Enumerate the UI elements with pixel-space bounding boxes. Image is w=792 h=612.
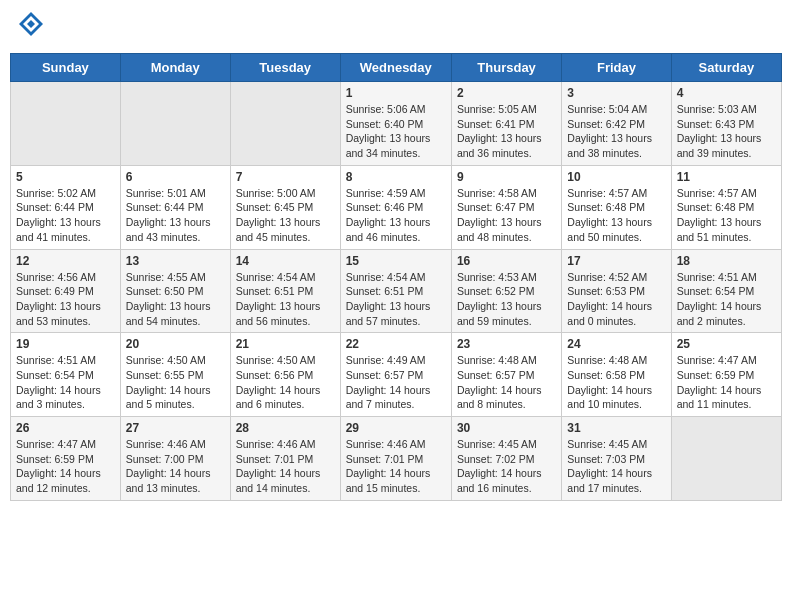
day-info: Sunrise: 4:52 AM Sunset: 6:53 PM Dayligh…: [567, 270, 665, 329]
day-number: 10: [567, 170, 665, 184]
week-row-4: 19Sunrise: 4:51 AM Sunset: 6:54 PM Dayli…: [11, 333, 782, 417]
calendar-cell: 24Sunrise: 4:48 AM Sunset: 6:58 PM Dayli…: [562, 333, 671, 417]
day-info: Sunrise: 4:53 AM Sunset: 6:52 PM Dayligh…: [457, 270, 556, 329]
day-info: Sunrise: 4:56 AM Sunset: 6:49 PM Dayligh…: [16, 270, 115, 329]
day-number: 20: [126, 337, 225, 351]
calendar-cell: 6Sunrise: 5:01 AM Sunset: 6:44 PM Daylig…: [120, 165, 230, 249]
logo: [15, 10, 45, 43]
day-info: Sunrise: 4:50 AM Sunset: 6:56 PM Dayligh…: [236, 353, 335, 412]
day-number: 25: [677, 337, 776, 351]
calendar-cell: 31Sunrise: 4:45 AM Sunset: 7:03 PM Dayli…: [562, 417, 671, 501]
day-number: 1: [346, 86, 446, 100]
day-info: Sunrise: 5:02 AM Sunset: 6:44 PM Dayligh…: [16, 186, 115, 245]
day-info: Sunrise: 5:05 AM Sunset: 6:41 PM Dayligh…: [457, 102, 556, 161]
day-number: 28: [236, 421, 335, 435]
calendar-cell: 13Sunrise: 4:55 AM Sunset: 6:50 PM Dayli…: [120, 249, 230, 333]
calendar-cell: 7Sunrise: 5:00 AM Sunset: 6:45 PM Daylig…: [230, 165, 340, 249]
day-info: Sunrise: 4:47 AM Sunset: 6:59 PM Dayligh…: [16, 437, 115, 496]
day-number: 3: [567, 86, 665, 100]
calendar-cell: [230, 82, 340, 166]
day-number: 5: [16, 170, 115, 184]
day-info: Sunrise: 4:50 AM Sunset: 6:55 PM Dayligh…: [126, 353, 225, 412]
day-info: Sunrise: 4:59 AM Sunset: 6:46 PM Dayligh…: [346, 186, 446, 245]
calendar-cell: 18Sunrise: 4:51 AM Sunset: 6:54 PM Dayli…: [671, 249, 781, 333]
day-number: 24: [567, 337, 665, 351]
calendar-cell: 30Sunrise: 4:45 AM Sunset: 7:02 PM Dayli…: [451, 417, 561, 501]
calendar-cell: [11, 82, 121, 166]
day-number: 6: [126, 170, 225, 184]
calendar-cell: 3Sunrise: 5:04 AM Sunset: 6:42 PM Daylig…: [562, 82, 671, 166]
calendar-cell: 2Sunrise: 5:05 AM Sunset: 6:41 PM Daylig…: [451, 82, 561, 166]
weekday-header-thursday: Thursday: [451, 54, 561, 82]
day-number: 7: [236, 170, 335, 184]
day-info: Sunrise: 4:54 AM Sunset: 6:51 PM Dayligh…: [236, 270, 335, 329]
day-number: 18: [677, 254, 776, 268]
weekday-header-saturday: Saturday: [671, 54, 781, 82]
page-header: [10, 10, 782, 43]
calendar-table: SundayMondayTuesdayWednesdayThursdayFrid…: [10, 53, 782, 501]
day-number: 9: [457, 170, 556, 184]
calendar-cell: 23Sunrise: 4:48 AM Sunset: 6:57 PM Dayli…: [451, 333, 561, 417]
day-number: 23: [457, 337, 556, 351]
day-number: 13: [126, 254, 225, 268]
day-number: 11: [677, 170, 776, 184]
day-info: Sunrise: 4:49 AM Sunset: 6:57 PM Dayligh…: [346, 353, 446, 412]
week-row-1: 1Sunrise: 5:06 AM Sunset: 6:40 PM Daylig…: [11, 82, 782, 166]
calendar-cell: 11Sunrise: 4:57 AM Sunset: 6:48 PM Dayli…: [671, 165, 781, 249]
day-number: 17: [567, 254, 665, 268]
day-number: 12: [16, 254, 115, 268]
day-number: 30: [457, 421, 556, 435]
day-info: Sunrise: 4:47 AM Sunset: 6:59 PM Dayligh…: [677, 353, 776, 412]
day-number: 8: [346, 170, 446, 184]
calendar-cell: 21Sunrise: 4:50 AM Sunset: 6:56 PM Dayli…: [230, 333, 340, 417]
day-number: 2: [457, 86, 556, 100]
calendar-cell: 19Sunrise: 4:51 AM Sunset: 6:54 PM Dayli…: [11, 333, 121, 417]
day-info: Sunrise: 4:48 AM Sunset: 6:57 PM Dayligh…: [457, 353, 556, 412]
calendar-cell: 15Sunrise: 4:54 AM Sunset: 6:51 PM Dayli…: [340, 249, 451, 333]
day-number: 31: [567, 421, 665, 435]
weekday-header-tuesday: Tuesday: [230, 54, 340, 82]
day-info: Sunrise: 4:46 AM Sunset: 7:00 PM Dayligh…: [126, 437, 225, 496]
weekday-header-monday: Monday: [120, 54, 230, 82]
day-info: Sunrise: 4:51 AM Sunset: 6:54 PM Dayligh…: [677, 270, 776, 329]
week-row-5: 26Sunrise: 4:47 AM Sunset: 6:59 PM Dayli…: [11, 417, 782, 501]
day-info: Sunrise: 4:51 AM Sunset: 6:54 PM Dayligh…: [16, 353, 115, 412]
day-info: Sunrise: 4:57 AM Sunset: 6:48 PM Dayligh…: [677, 186, 776, 245]
day-info: Sunrise: 4:57 AM Sunset: 6:48 PM Dayligh…: [567, 186, 665, 245]
calendar-cell: 5Sunrise: 5:02 AM Sunset: 6:44 PM Daylig…: [11, 165, 121, 249]
day-info: Sunrise: 5:03 AM Sunset: 6:43 PM Dayligh…: [677, 102, 776, 161]
day-number: 4: [677, 86, 776, 100]
calendar-cell: 12Sunrise: 4:56 AM Sunset: 6:49 PM Dayli…: [11, 249, 121, 333]
day-number: 16: [457, 254, 556, 268]
calendar-cell: 27Sunrise: 4:46 AM Sunset: 7:00 PM Dayli…: [120, 417, 230, 501]
calendar-cell: 1Sunrise: 5:06 AM Sunset: 6:40 PM Daylig…: [340, 82, 451, 166]
calendar-cell: [120, 82, 230, 166]
day-info: Sunrise: 5:01 AM Sunset: 6:44 PM Dayligh…: [126, 186, 225, 245]
day-number: 26: [16, 421, 115, 435]
day-info: Sunrise: 4:58 AM Sunset: 6:47 PM Dayligh…: [457, 186, 556, 245]
weekday-header-friday: Friday: [562, 54, 671, 82]
day-number: 19: [16, 337, 115, 351]
day-number: 29: [346, 421, 446, 435]
day-number: 22: [346, 337, 446, 351]
calendar-cell: 16Sunrise: 4:53 AM Sunset: 6:52 PM Dayli…: [451, 249, 561, 333]
day-info: Sunrise: 5:06 AM Sunset: 6:40 PM Dayligh…: [346, 102, 446, 161]
calendar-cell: 22Sunrise: 4:49 AM Sunset: 6:57 PM Dayli…: [340, 333, 451, 417]
logo-icon: [17, 10, 45, 38]
calendar-cell: 25Sunrise: 4:47 AM Sunset: 6:59 PM Dayli…: [671, 333, 781, 417]
calendar-cell: 14Sunrise: 4:54 AM Sunset: 6:51 PM Dayli…: [230, 249, 340, 333]
calendar-cell: 26Sunrise: 4:47 AM Sunset: 6:59 PM Dayli…: [11, 417, 121, 501]
day-info: Sunrise: 4:45 AM Sunset: 7:03 PM Dayligh…: [567, 437, 665, 496]
calendar-cell: 10Sunrise: 4:57 AM Sunset: 6:48 PM Dayli…: [562, 165, 671, 249]
calendar-cell: 9Sunrise: 4:58 AM Sunset: 6:47 PM Daylig…: [451, 165, 561, 249]
week-row-2: 5Sunrise: 5:02 AM Sunset: 6:44 PM Daylig…: [11, 165, 782, 249]
day-number: 15: [346, 254, 446, 268]
calendar-cell: 8Sunrise: 4:59 AM Sunset: 6:46 PM Daylig…: [340, 165, 451, 249]
calendar-cell: 28Sunrise: 4:46 AM Sunset: 7:01 PM Dayli…: [230, 417, 340, 501]
calendar-cell: 20Sunrise: 4:50 AM Sunset: 6:55 PM Dayli…: [120, 333, 230, 417]
day-info: Sunrise: 4:48 AM Sunset: 6:58 PM Dayligh…: [567, 353, 665, 412]
day-info: Sunrise: 5:00 AM Sunset: 6:45 PM Dayligh…: [236, 186, 335, 245]
day-info: Sunrise: 4:55 AM Sunset: 6:50 PM Dayligh…: [126, 270, 225, 329]
day-info: Sunrise: 4:45 AM Sunset: 7:02 PM Dayligh…: [457, 437, 556, 496]
day-number: 21: [236, 337, 335, 351]
